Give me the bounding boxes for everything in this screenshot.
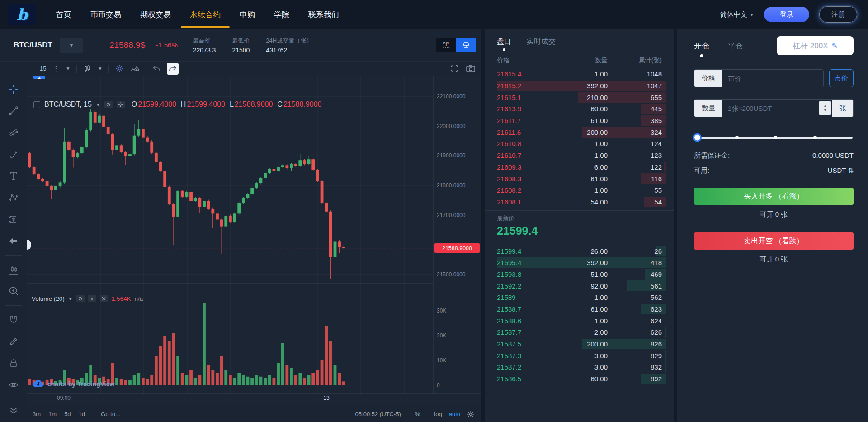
orderbook-bid-row[interactable]: 215891.00562 — [497, 292, 662, 303]
tool-arrow[interactable] — [5, 232, 22, 250]
redo-button[interactable] — [167, 63, 179, 75]
interval-caret-icon[interactable]: ▼ — [66, 66, 70, 71]
volume-eye-icon[interactable] — [76, 295, 85, 302]
candle-style-button[interactable] — [83, 65, 91, 73]
nav-item-0[interactable]: 首页 — [56, 0, 71, 29]
range-button-1d[interactable]: 1d — [79, 411, 85, 417]
interval-menu-icon[interactable]: ⋮ — [52, 65, 59, 73]
market-price-button[interactable]: 市价 — [829, 69, 854, 87]
orderbook-bid-row[interactable]: 21587.23.00832 — [497, 361, 662, 373]
orderbook-bid-row[interactable]: 21587.72.00626 — [497, 327, 662, 338]
sell-short-button[interactable]: 卖出开空 （看跌） — [694, 232, 854, 250]
slider-dot[interactable] — [813, 136, 817, 139]
orderbook-bid-row[interactable]: 21592.292.00561 — [497, 280, 662, 292]
orderbook-ask-row[interactable]: 21611.761.00385 — [497, 115, 662, 127]
tool-candles[interactable] — [5, 261, 22, 278]
orderbook-bid-row[interactable]: 21595.4392.00418 — [497, 257, 662, 269]
slider-dot[interactable] — [774, 136, 777, 139]
orderbook-ask-row[interactable]: 21613.960.00445 — [497, 103, 662, 115]
range-button-5d[interactable]: 5d — [64, 411, 71, 417]
fullscreen-button[interactable] — [450, 64, 459, 73]
tool-fib[interactable] — [5, 124, 22, 141]
buy-long-button[interactable]: 买入开多 （看涨） — [694, 188, 854, 205]
tool-forecast[interactable] — [5, 211, 22, 228]
stepper-up-icon[interactable]: ▲ — [823, 104, 827, 108]
language-selector[interactable]: 简体中文 ▼ — [720, 10, 754, 19]
tool-zoom-in[interactable] — [5, 283, 22, 300]
toolbar-collapse-button[interactable] — [5, 402, 22, 419]
pane-maximize-tab[interactable] — [33, 76, 45, 79]
register-button[interactable]: 注册 — [819, 6, 857, 23]
tool-text[interactable] — [5, 167, 22, 185]
tool-brush[interactable] — [5, 146, 22, 163]
quantity-slider[interactable] — [694, 133, 854, 142]
tool-trendline[interactable] — [5, 102, 22, 119]
candle-style-caret-icon[interactable]: ▼ — [98, 66, 102, 71]
nav-item-2[interactable]: 期权交易 — [140, 0, 171, 29]
goto-button[interactable]: Go to... — [101, 411, 120, 417]
clock-label[interactable]: 05:00:52 (UTC-5) — [355, 411, 401, 417]
collapse-legend-icon[interactable]: – — [33, 101, 40, 108]
range-button-1m[interactable]: 1m — [48, 411, 57, 417]
tool-magnet[interactable] — [5, 311, 22, 328]
stepper-down-icon[interactable]: ▼ — [823, 109, 827, 112]
tool-lock[interactable] — [5, 355, 22, 372]
orderbook-ask-row[interactable]: 21615.41.001048 — [497, 68, 662, 80]
legend-eye-icon[interactable] — [104, 101, 113, 108]
chart-canvas[interactable]: 22100.000022000.000021900.000021800.0000… — [27, 76, 481, 406]
interval-button[interactable]: 15 — [40, 65, 46, 72]
nav-item-5[interactable]: 学院 — [274, 0, 289, 29]
percent-scale-button[interactable]: % — [415, 411, 420, 417]
nav-item-3[interactable]: 永续合约 — [190, 0, 221, 29]
screenshot-button[interactable] — [466, 65, 475, 72]
orderbook-ask-row[interactable]: 21610.81.00124 — [497, 138, 662, 150]
trade-tab-0[interactable]: 开仓 — [694, 41, 709, 57]
orderbook-bid-row[interactable]: 21593.851.00469 — [497, 269, 662, 280]
legend-caret-icon[interactable]: ▼ — [96, 102, 100, 107]
quantity-stepper[interactable]: ▲▼ — [819, 101, 831, 115]
theme-dark-button[interactable]: 黑 — [436, 38, 456, 52]
tool-pattern[interactable] — [5, 189, 22, 206]
login-button[interactable]: 登录 — [764, 7, 809, 22]
tradingview-attribution[interactable]: charts by TradingView — [33, 380, 114, 388]
theme-light-button[interactable] — [456, 38, 476, 52]
axis-settings-button[interactable] — [467, 411, 474, 418]
tool-eye[interactable] — [5, 376, 22, 394]
orderbook-ask-row[interactable]: 21610.71.00123 — [497, 150, 662, 161]
orderbook-ask-row[interactable]: 21608.361.00116 — [497, 173, 662, 185]
range-button-3m[interactable]: 3m — [33, 411, 41, 417]
orderbook-ask-row[interactable]: 21608.21.0055 — [497, 185, 662, 196]
edit-pencil-icon[interactable]: ✎ — [832, 42, 838, 50]
orderbook-ask-row[interactable]: 21615.2392.001047 — [497, 80, 662, 92]
orderbook-tab-0[interactable]: 盘口 — [497, 37, 511, 52]
tool-pencil[interactable] — [5, 333, 22, 350]
price-chart[interactable]: 22100.000022000.000021900.000021800.0000… — [27, 76, 481, 406]
transfer-arrows-icon[interactable]: ⇅ — [848, 166, 854, 174]
price-axis-labels[interactable]: 22100.000022000.000021900.000021800.0000… — [437, 93, 466, 389]
tool-crosshair[interactable] — [5, 81, 22, 98]
trade-tab-1[interactable]: 平仓 — [727, 41, 743, 57]
orderbook-bid-row[interactable]: 21587.5200.00826 — [497, 338, 662, 350]
chart-settings-button[interactable] — [115, 64, 124, 73]
orderbook-ask-row[interactable]: 21611.6200.00324 — [497, 126, 662, 138]
quantity-input[interactable] — [722, 104, 819, 112]
orderbook-bid-row[interactable]: 21588.761.00623 — [497, 303, 662, 315]
price-input[interactable] — [722, 75, 823, 82]
auto-scale-button[interactable]: auto — [449, 411, 460, 417]
orderbook-ask-row[interactable]: 21615.1210.00655 — [497, 91, 662, 103]
orderbook-ask-row[interactable]: 21608.154.0054 — [497, 196, 662, 208]
orderbook-tab-1[interactable]: 实时成交 — [527, 37, 556, 52]
volume-close-icon[interactable] — [100, 295, 108, 302]
volume-settings-icon[interactable] — [88, 295, 96, 302]
orderbook-bid-row[interactable]: 21587.33.00829 — [497, 350, 662, 361]
nav-item-6[interactable]: 联系我们 — [308, 0, 339, 29]
nav-item-4[interactable]: 申购 — [240, 0, 255, 29]
legend-settings-icon[interactable] — [117, 101, 125, 108]
orderbook-bid-row[interactable]: 21586.560.00892 — [497, 373, 662, 385]
slider-dot[interactable] — [735, 136, 739, 139]
slider-handle[interactable] — [693, 133, 702, 142]
log-scale-button[interactable]: log — [434, 411, 442, 417]
pair-dropdown[interactable]: ▼ — [60, 38, 83, 53]
nav-item-1[interactable]: 币币交易 — [90, 0, 121, 29]
brand-logo[interactable]: b — [8, 4, 36, 25]
